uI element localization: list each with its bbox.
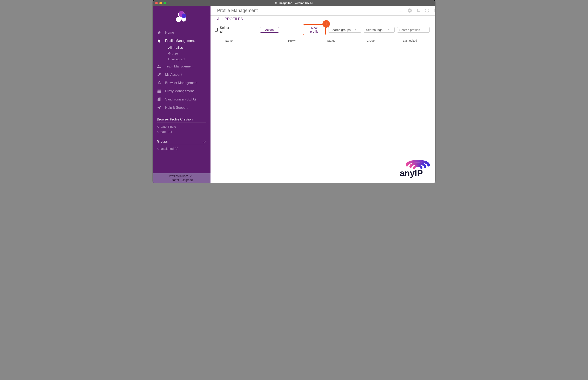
sidebar-item-label: Synchronizer (BETA) bbox=[165, 97, 196, 101]
sidebar-subitem-all-profiles[interactable]: All Profiles bbox=[165, 45, 211, 51]
select-all-checkbox[interactable] bbox=[215, 28, 218, 32]
column-status[interactable]: Status bbox=[312, 39, 351, 42]
edit-groups-icon[interactable] bbox=[203, 140, 206, 143]
section-header-label: Browser Profile Creation bbox=[157, 118, 193, 121]
chevron-down-icon: ▾ bbox=[355, 28, 356, 31]
sidebar-subitem-unassigned[interactable]: Unassigned bbox=[165, 57, 211, 62]
search-tags-select[interactable]: Search tags ▾ bbox=[364, 27, 395, 33]
wrench-icon bbox=[157, 73, 161, 77]
plan-label: Starter - bbox=[171, 178, 182, 182]
svg-rect-6 bbox=[158, 92, 161, 93]
sidebar-subitem-groups[interactable]: Groups bbox=[165, 51, 211, 57]
sidebar-item-label: Profile Management bbox=[165, 39, 195, 43]
nav: Home Profile Management All Profiles Gro… bbox=[153, 28, 211, 112]
search-groups-select[interactable]: Search groups ▾ bbox=[328, 27, 361, 33]
window-title-text: Incogniton - Version 3.5.3.0 bbox=[279, 1, 313, 4]
cog-icon bbox=[157, 81, 161, 85]
recycle-icon[interactable] bbox=[399, 8, 403, 13]
sidebar-item-team-management[interactable]: Team Management bbox=[153, 62, 211, 71]
app-icon bbox=[275, 2, 277, 4]
home-icon bbox=[157, 31, 161, 35]
svg-rect-5 bbox=[158, 91, 161, 92]
search-profiles-input[interactable] bbox=[397, 27, 430, 33]
profile-management-subitems: All Profiles Groups Unassigned bbox=[153, 45, 211, 62]
section-header-label: Groups bbox=[157, 140, 168, 143]
column-proxy[interactable]: Proxy bbox=[272, 39, 312, 42]
app-window: Incogniton - Version 3.5.3.0 Home bbox=[153, 0, 435, 183]
create-single-link[interactable]: Create Single bbox=[153, 124, 211, 129]
cursor-icon bbox=[157, 39, 161, 43]
subheader: ALL PROFILES bbox=[211, 16, 435, 22]
main-content: Profile Management ALL PROFILES Select a… bbox=[211, 6, 435, 183]
window-title: Incogniton - Version 3.5.3.0 bbox=[153, 1, 435, 4]
column-last-edited[interactable]: Last edited bbox=[390, 39, 430, 42]
callout-badge: 1 bbox=[322, 20, 330, 28]
titlebar: Incogniton - Version 3.5.3.0 bbox=[153, 0, 435, 6]
column-group[interactable]: Group bbox=[351, 39, 390, 42]
new-profile-button[interactable]: New profile bbox=[304, 25, 325, 34]
profiles-in-use-label: Profiles in use: bbox=[169, 174, 189, 178]
sidebar-item-browser-management[interactable]: Browser Management bbox=[153, 79, 211, 87]
incogniton-logo bbox=[174, 10, 189, 24]
refresh-icon[interactable] bbox=[425, 8, 429, 13]
select-all-label: Select all bbox=[220, 26, 231, 33]
logout-icon[interactable] bbox=[433, 8, 435, 13]
sidebar-item-label: Team Management bbox=[165, 65, 193, 68]
sidebar-item-label: Browser Management bbox=[165, 81, 197, 85]
profiles-in-use-value: 0/10 bbox=[189, 174, 194, 178]
location-arrow-icon bbox=[157, 106, 161, 110]
svg-point-3 bbox=[160, 65, 160, 66]
section-header-groups: Groups bbox=[157, 140, 206, 145]
copy-icon bbox=[157, 97, 161, 101]
sidebar-item-label: Proxy Management bbox=[165, 89, 194, 93]
search-tags-placeholder: Search tags bbox=[366, 28, 382, 32]
anyip-text: anyIP bbox=[400, 168, 423, 178]
sidebar-item-profile-management[interactable]: Profile Management bbox=[153, 37, 211, 45]
table-header: Name Proxy Status Group Last edited bbox=[211, 37, 435, 44]
toolbar: Select all Action New profile 1 Search g… bbox=[211, 22, 435, 37]
table-settings-icon[interactable] bbox=[433, 27, 435, 32]
sidebar-item-label: Home bbox=[165, 31, 174, 35]
sidebar-item-help-support[interactable]: Help & Support bbox=[153, 104, 211, 112]
server-icon bbox=[157, 89, 161, 93]
section-header-profile-creation: Browser Profile Creation bbox=[157, 118, 206, 123]
sidebar-item-synchronizer[interactable]: Synchronizer (BETA) bbox=[153, 95, 211, 104]
select-all[interactable]: Select all bbox=[215, 26, 231, 33]
svg-point-2 bbox=[158, 65, 159, 66]
svg-rect-4 bbox=[158, 90, 161, 91]
group-item-unassigned[interactable]: Unassigned (0) bbox=[153, 146, 211, 151]
sidebar: Home Profile Management All Profiles Gro… bbox=[153, 6, 211, 183]
anyip-watermark: anyIP bbox=[400, 158, 435, 178]
sidebar-item-label: Help & Support bbox=[165, 106, 188, 110]
search-groups-placeholder: Search groups bbox=[331, 28, 351, 32]
telegram-icon[interactable] bbox=[407, 8, 412, 13]
new-profile-wrap: New profile 1 bbox=[303, 24, 326, 35]
column-name[interactable]: Name bbox=[223, 39, 272, 42]
logo-area bbox=[153, 6, 211, 28]
sidebar-item-home[interactable]: Home bbox=[153, 28, 211, 37]
sidebar-item-label: My Account bbox=[165, 73, 182, 76]
svg-rect-7 bbox=[158, 98, 160, 101]
callout-highlight: New profile bbox=[303, 24, 326, 35]
status-bar: Profiles in use: 0/10 Starter - Upgrade bbox=[153, 173, 211, 183]
header-icons bbox=[399, 8, 435, 13]
chevron-down-icon: ▾ bbox=[388, 28, 390, 31]
upgrade-link[interactable]: Upgrade bbox=[182, 178, 193, 182]
sidebar-item-proxy-management[interactable]: Proxy Management bbox=[153, 87, 211, 95]
moon-icon[interactable] bbox=[416, 8, 421, 13]
users-icon bbox=[157, 64, 161, 69]
svg-point-1 bbox=[182, 14, 186, 19]
main-header: Profile Management bbox=[211, 6, 435, 16]
page-title: Profile Management bbox=[217, 8, 258, 13]
create-bulk-link[interactable]: Create Bulk bbox=[153, 129, 211, 134]
sidebar-item-my-account[interactable]: My Account bbox=[153, 71, 211, 79]
action-button[interactable]: Action bbox=[260, 27, 279, 33]
